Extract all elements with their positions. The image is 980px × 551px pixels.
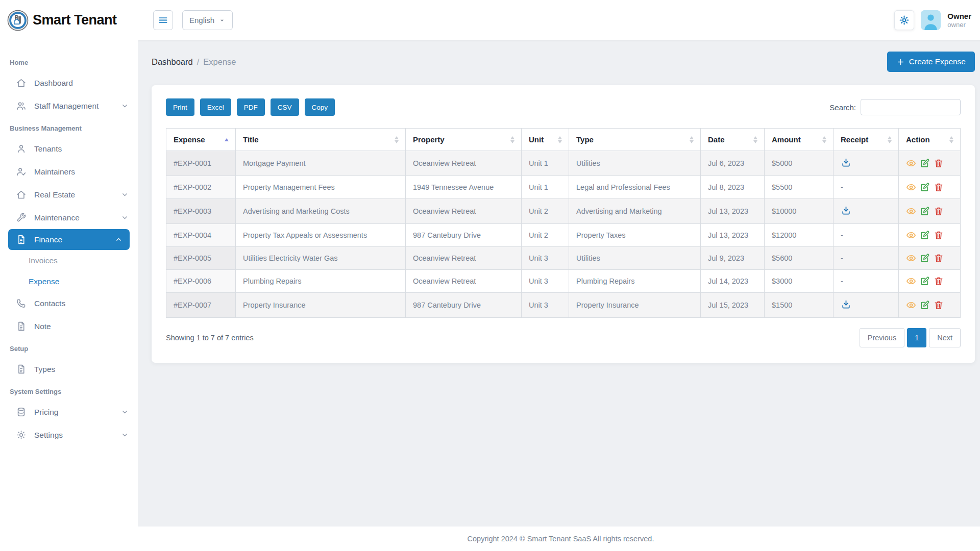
column-header-expense[interactable]: Expense <box>166 129 236 151</box>
search-input[interactable] <box>861 99 961 115</box>
delete-expense-button[interactable] <box>934 300 944 310</box>
chevron-down-icon <box>121 214 129 221</box>
column-header-action[interactable]: Action <box>899 129 961 151</box>
edit-expense-button[interactable] <box>920 158 930 168</box>
type-cell: Advertising and Marketing <box>569 199 701 224</box>
breadcrumb: Dashboard / Expense <box>152 57 236 67</box>
column-header-property[interactable]: Property <box>406 129 522 151</box>
amount-cell: $3000 <box>765 270 834 293</box>
user-icon <box>16 143 27 154</box>
sidebar-item-settings[interactable]: Settings <box>0 423 138 446</box>
language-selector[interactable]: English <box>182 10 233 30</box>
delete-expense-button[interactable] <box>934 182 944 192</box>
amount-cell: $5600 <box>765 247 834 270</box>
user-block[interactable]: Owner owner <box>947 12 971 29</box>
eye-icon <box>906 276 916 286</box>
column-header-title[interactable]: Title <box>236 129 406 151</box>
sidebar-item-maintenance[interactable]: Maintenance <box>0 206 138 229</box>
download-receipt-button[interactable] <box>841 205 851 216</box>
sidebar-item-label: Note <box>34 322 129 331</box>
expense-id-cell: #EXP-0003 <box>166 199 236 224</box>
column-header-date[interactable]: Date <box>701 129 765 151</box>
sidebar-item-tenants[interactable]: Tenants <box>0 137 138 160</box>
pagination: Previous 1 Next <box>860 328 961 347</box>
create-expense-label: Create Expense <box>909 57 966 66</box>
sidebar-item-label: Real Estate <box>34 190 113 199</box>
title-cell: Property Insurance <box>236 293 406 318</box>
sort-icon <box>510 136 515 143</box>
create-expense-button[interactable]: Create Expense <box>887 52 975 72</box>
excel-export-button[interactable]: Excel <box>200 98 231 116</box>
column-header-unit[interactable]: Unit <box>522 129 569 151</box>
page-1-button[interactable]: 1 <box>907 328 926 347</box>
sidebar-item-note[interactable]: Note <box>0 315 138 338</box>
trash-icon <box>934 253 944 263</box>
edit-expense-button[interactable] <box>920 206 930 216</box>
view-expense-button[interactable] <box>906 206 916 216</box>
previous-page-button[interactable]: Previous <box>860 328 904 347</box>
table-body: #EXP-0001Mortgage PaymentOceanview Retre… <box>166 151 961 318</box>
delete-expense-button[interactable] <box>934 158 944 168</box>
sidebar-item-finance[interactable]: Finance <box>8 229 130 250</box>
edit-expense-button[interactable] <box>920 253 930 263</box>
amount-cell: $12000 <box>765 224 834 247</box>
property-cell: 987 Cantebury Drive <box>406 293 522 318</box>
chevron-down-icon <box>121 431 129 439</box>
edit-expense-button[interactable] <box>920 300 930 310</box>
sidebar-item-pricing[interactable]: Pricing <box>0 400 138 423</box>
view-expense-button[interactable] <box>906 253 916 263</box>
column-header-type[interactable]: Type <box>569 129 701 151</box>
csv-export-button[interactable]: CSV <box>271 98 299 116</box>
delete-expense-button[interactable] <box>934 276 944 286</box>
sidebar-item-dashboard[interactable]: Dashboard <box>0 71 138 94</box>
brand-logo[interactable]: Smart Tenant <box>0 0 138 40</box>
column-header-amount[interactable]: Amount <box>765 129 834 151</box>
delete-expense-button[interactable] <box>934 206 944 216</box>
edit-expense-button[interactable] <box>920 230 930 240</box>
view-expense-button[interactable] <box>906 230 916 240</box>
copy-export-button[interactable]: Copy <box>305 98 335 116</box>
delete-expense-button[interactable] <box>934 230 944 240</box>
sidebar-toggle-button[interactable] <box>153 10 173 30</box>
table-row: #EXP-0001Mortgage PaymentOceanview Retre… <box>166 151 961 176</box>
pdf-export-button[interactable]: PDF <box>237 98 265 116</box>
sidebar-item-real-estate[interactable]: Real Estate <box>0 183 138 206</box>
download-receipt-button[interactable] <box>841 157 851 168</box>
date-cell: Jul 14, 2023 <box>701 270 765 293</box>
column-header-receipt[interactable]: Receipt <box>834 129 899 151</box>
view-expense-button[interactable] <box>906 158 916 168</box>
delete-expense-button[interactable] <box>934 253 944 263</box>
expense-table-card: PrintExcelPDFCSVCopy Search: ExpenseTitl… <box>152 85 975 363</box>
edit-expense-button[interactable] <box>920 276 930 286</box>
eye-icon <box>906 158 916 168</box>
file-icon <box>16 321 27 332</box>
chevron-up-icon <box>115 236 122 243</box>
download-receipt-button[interactable] <box>841 299 851 310</box>
breadcrumb-dashboard-link[interactable]: Dashboard <box>152 57 193 67</box>
settings-button[interactable] <box>894 10 914 30</box>
sidebar-item-invoices[interactable]: Invoices <box>0 250 138 271</box>
breadcrumb-current: Expense <box>203 57 236 67</box>
user-role: owner <box>947 21 971 29</box>
sidebar-item-maintainers[interactable]: Maintainers <box>0 160 138 183</box>
language-label: English <box>189 16 214 24</box>
user-check-icon <box>16 166 27 177</box>
sidebar-item-staff-management[interactable]: Staff Management <box>0 94 138 117</box>
sidebar-item-contacts[interactable]: Contacts <box>0 292 138 315</box>
chevron-down-icon <box>121 408 129 416</box>
user-avatar[interactable] <box>921 10 941 30</box>
sidebar-item-expense[interactable]: Expense <box>0 271 138 292</box>
print-export-button[interactable]: Print <box>166 98 194 116</box>
table-row: #EXP-0005Utilities Electricity Water Gas… <box>166 247 961 270</box>
sidebar-item-types[interactable]: Types <box>0 358 138 381</box>
view-expense-button[interactable] <box>906 182 916 192</box>
trash-icon <box>934 158 944 168</box>
view-expense-button[interactable] <box>906 276 916 286</box>
next-page-button[interactable]: Next <box>929 328 961 347</box>
sort-icon <box>949 136 954 143</box>
edit-expense-button[interactable] <box>920 182 930 192</box>
view-expense-button[interactable] <box>906 300 916 310</box>
sort-icon <box>394 136 399 143</box>
home-icon <box>16 189 27 200</box>
entries-summary: Showing 1 to 7 of 7 entries <box>166 334 254 342</box>
